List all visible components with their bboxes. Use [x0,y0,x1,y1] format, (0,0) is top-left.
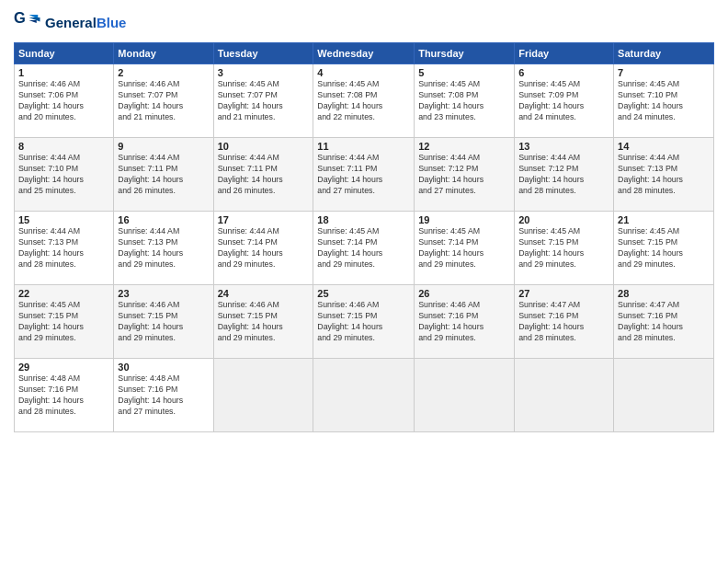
logo-general: GeneralBlue [45,16,126,31]
day-cell: 9Sunrise: 4:44 AM Sunset: 7:11 PM Daylig… [114,138,213,212]
logo: G GeneralBlue [14,9,126,37]
week-row-4: 22Sunrise: 4:45 AM Sunset: 7:15 PM Dayli… [15,285,714,359]
logo-icon: G [14,9,41,37]
weekday-header-saturday: Saturday [614,43,714,64]
day-number: 6 [518,67,609,78]
day-info: Sunrise: 4:45 AM Sunset: 7:10 PM Dayligh… [618,79,710,123]
day-cell: 22Sunrise: 4:45 AM Sunset: 7:15 PM Dayli… [15,285,114,359]
day-number: 18 [317,214,410,225]
day-info: Sunrise: 4:45 AM Sunset: 7:14 PM Dayligh… [317,226,410,270]
day-number: 25 [317,288,410,299]
day-cell: 14Sunrise: 4:44 AM Sunset: 7:13 PM Dayli… [614,138,714,212]
day-info: Sunrise: 4:44 AM Sunset: 7:13 PM Dayligh… [118,226,209,270]
day-info: Sunrise: 4:47 AM Sunset: 7:16 PM Dayligh… [618,300,710,344]
day-cell: 7Sunrise: 4:45 AM Sunset: 7:10 PM Daylig… [614,64,714,138]
day-cell: 27Sunrise: 4:47 AM Sunset: 7:16 PM Dayli… [515,285,614,359]
weekday-header-wednesday: Wednesday [313,43,415,64]
day-cell: 17Sunrise: 4:44 AM Sunset: 7:14 PM Dayli… [213,212,313,285]
day-info: Sunrise: 4:46 AM Sunset: 7:06 PM Dayligh… [18,79,109,123]
day-info: Sunrise: 4:46 AM Sunset: 7:15 PM Dayligh… [118,300,209,344]
day-cell: 16Sunrise: 4:44 AM Sunset: 7:13 PM Dayli… [114,212,213,285]
weekday-header-sunday: Sunday [15,43,114,64]
day-number: 9 [118,141,209,152]
day-info: Sunrise: 4:45 AM Sunset: 7:09 PM Dayligh… [518,79,609,123]
weekday-header-tuesday: Tuesday [213,43,313,64]
day-number: 16 [118,214,209,225]
day-cell: 11Sunrise: 4:44 AM Sunset: 7:11 PM Dayli… [313,138,415,212]
day-number: 11 [317,141,410,152]
day-info: Sunrise: 4:46 AM Sunset: 7:07 PM Dayligh… [118,79,209,123]
day-cell: 12Sunrise: 4:44 AM Sunset: 7:12 PM Dayli… [415,138,515,212]
week-row-1: 1Sunrise: 4:46 AM Sunset: 7:06 PM Daylig… [15,64,714,138]
day-info: Sunrise: 4:45 AM Sunset: 7:08 PM Dayligh… [418,79,510,123]
day-cell: 2Sunrise: 4:46 AM Sunset: 7:07 PM Daylig… [114,64,213,138]
day-cell: 29Sunrise: 4:48 AM Sunset: 7:16 PM Dayli… [15,359,114,432]
day-cell: 6Sunrise: 4:45 AM Sunset: 7:09 PM Daylig… [515,64,614,138]
page: G GeneralBlue SundayMondayTuesdayWednesd… [0,0,728,563]
day-number: 13 [518,141,609,152]
day-number: 1 [18,67,109,78]
day-cell: 26Sunrise: 4:46 AM Sunset: 7:16 PM Dayli… [415,285,515,359]
day-number: 2 [118,67,209,78]
day-cell: 20Sunrise: 4:45 AM Sunset: 7:15 PM Dayli… [515,212,614,285]
day-info: Sunrise: 4:45 AM Sunset: 7:07 PM Dayligh… [218,79,310,123]
day-info: Sunrise: 4:44 AM Sunset: 7:13 PM Dayligh… [18,226,109,270]
day-number: 26 [418,288,510,299]
day-info: Sunrise: 4:46 AM Sunset: 7:15 PM Dayligh… [317,300,410,344]
day-cell [313,359,415,432]
day-cell [213,359,313,432]
day-info: Sunrise: 4:44 AM Sunset: 7:11 PM Dayligh… [218,153,310,197]
day-cell: 23Sunrise: 4:46 AM Sunset: 7:15 PM Dayli… [114,285,213,359]
day-info: Sunrise: 4:45 AM Sunset: 7:14 PM Dayligh… [418,226,510,270]
day-number: 20 [518,214,609,225]
day-cell: 28Sunrise: 4:47 AM Sunset: 7:16 PM Dayli… [614,285,714,359]
weekday-header-monday: Monday [114,43,213,64]
day-number: 19 [418,214,510,225]
day-info: Sunrise: 4:46 AM Sunset: 7:16 PM Dayligh… [418,300,510,344]
weekday-header-friday: Friday [515,43,614,64]
day-cell: 15Sunrise: 4:44 AM Sunset: 7:13 PM Dayli… [15,212,114,285]
day-number: 30 [118,362,209,373]
day-cell: 24Sunrise: 4:46 AM Sunset: 7:15 PM Dayli… [213,285,313,359]
day-cell: 4Sunrise: 4:45 AM Sunset: 7:08 PM Daylig… [313,64,415,138]
day-cell: 1Sunrise: 4:46 AM Sunset: 7:06 PM Daylig… [15,64,114,138]
day-cell [614,359,714,432]
day-number: 17 [218,214,310,225]
day-number: 22 [18,288,109,299]
day-info: Sunrise: 4:47 AM Sunset: 7:16 PM Dayligh… [518,300,609,344]
day-cell: 30Sunrise: 4:48 AM Sunset: 7:16 PM Dayli… [114,359,213,432]
day-number: 29 [18,362,109,373]
day-info: Sunrise: 4:44 AM Sunset: 7:13 PM Dayligh… [618,153,710,197]
day-number: 27 [518,288,609,299]
day-cell: 21Sunrise: 4:45 AM Sunset: 7:15 PM Dayli… [614,212,714,285]
svg-marker-3 [29,20,37,23]
day-number: 23 [118,288,209,299]
day-number: 7 [618,67,710,78]
day-info: Sunrise: 4:44 AM Sunset: 7:14 PM Dayligh… [218,226,310,270]
day-cell: 8Sunrise: 4:44 AM Sunset: 7:10 PM Daylig… [15,138,114,212]
day-number: 14 [618,141,710,152]
day-number: 24 [218,288,310,299]
day-info: Sunrise: 4:44 AM Sunset: 7:11 PM Dayligh… [317,153,410,197]
day-number: 5 [418,67,510,78]
weekday-header-row: SundayMondayTuesdayWednesdayThursdayFrid… [15,43,714,64]
svg-text:G: G [14,9,26,26]
calendar-table: SundayMondayTuesdayWednesdayThursdayFrid… [14,42,714,432]
week-row-3: 15Sunrise: 4:44 AM Sunset: 7:13 PM Dayli… [15,212,714,285]
day-cell: 13Sunrise: 4:44 AM Sunset: 7:12 PM Dayli… [515,138,614,212]
day-number: 28 [618,288,710,299]
day-info: Sunrise: 4:44 AM Sunset: 7:12 PM Dayligh… [418,153,510,197]
day-number: 10 [218,141,310,152]
day-info: Sunrise: 4:48 AM Sunset: 7:16 PM Dayligh… [118,373,209,418]
day-cell: 10Sunrise: 4:44 AM Sunset: 7:11 PM Dayli… [213,138,313,212]
day-cell [515,359,614,432]
day-info: Sunrise: 4:45 AM Sunset: 7:15 PM Dayligh… [18,300,109,344]
day-number: 15 [18,214,109,225]
week-row-5: 29Sunrise: 4:48 AM Sunset: 7:16 PM Dayli… [15,359,714,432]
day-cell: 3Sunrise: 4:45 AM Sunset: 7:07 PM Daylig… [213,64,313,138]
day-cell: 25Sunrise: 4:46 AM Sunset: 7:15 PM Dayli… [313,285,415,359]
day-info: Sunrise: 4:45 AM Sunset: 7:08 PM Dayligh… [317,79,410,123]
day-info: Sunrise: 4:44 AM Sunset: 7:12 PM Dayligh… [518,153,609,197]
day-info: Sunrise: 4:48 AM Sunset: 7:16 PM Dayligh… [18,373,109,418]
day-info: Sunrise: 4:44 AM Sunset: 7:10 PM Dayligh… [18,153,109,197]
